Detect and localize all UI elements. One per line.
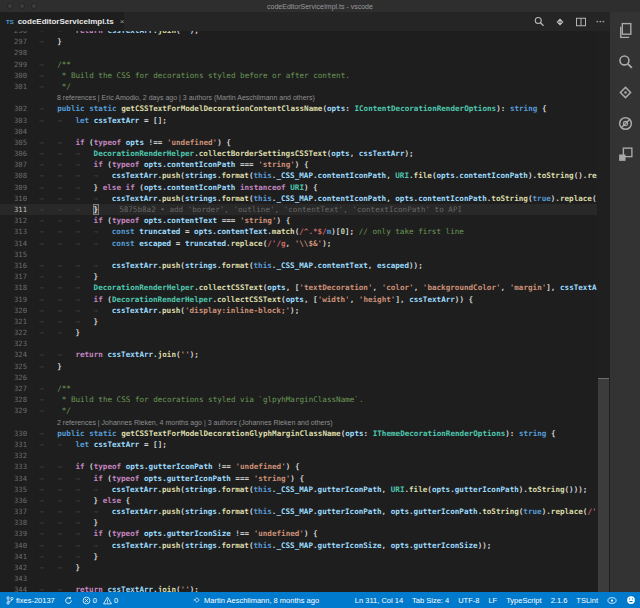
code-line[interactable]: 307→→→if (typeof opts.contentIconPath ==… <box>0 159 597 170</box>
line-number: 338 <box>0 517 27 528</box>
code-line[interactable]: 320→→→→cssTextArr.push('display:inline-b… <box>0 305 597 316</box>
code-line[interactable]: 331→→let cssTextArr = []; <box>0 439 597 450</box>
code-line[interactable]: 304 <box>0 126 597 137</box>
code-line[interactable]: 312→→→if (typeof opts.contentText === 's… <box>0 215 597 226</box>
code-line[interactable]: 330→public static getCSSTextForModelDeco… <box>0 428 597 439</box>
line-content: →public static getCSSTextForModelDecorat… <box>27 103 597 114</box>
extensions-icon[interactable] <box>617 146 634 163</box>
code-line[interactable]: 335→→→→cssTextArr.push(strings.format(th… <box>0 484 597 495</box>
code-line[interactable]: 323 <box>0 338 597 349</box>
code-line[interactable]: 332 <box>0 450 597 461</box>
code-line[interactable]: 334→→→if (typeof opts.gutterIconPath ===… <box>0 473 597 484</box>
code-line[interactable]: 327→/** <box>0 383 597 394</box>
code-line[interactable]: 297→} <box>0 36 597 47</box>
code-line[interactable]: 319→→→if (DecorationRenderHelper.collect… <box>0 294 597 305</box>
more-actions-icon[interactable]: ··· <box>596 17 605 27</box>
tab-whitespace: → <box>94 193 112 204</box>
line-content: →→→→cssTextArr.push(strings.format(this.… <box>27 540 597 551</box>
code-line[interactable]: 343 <box>0 573 597 584</box>
search-references-icon[interactable] <box>533 16 545 28</box>
source-control-icon[interactable] <box>617 84 634 101</box>
code-line[interactable]: 300→ * Build the CSS for decorations sty… <box>0 70 597 81</box>
gitlens-blame-icon[interactable] <box>554 16 566 28</box>
codelens-row[interactable]: 2 references | Johannes Rieken, 4 months… <box>0 417 597 428</box>
split-editor-icon[interactable] <box>575 16 587 28</box>
scrollbar-thumb[interactable] <box>598 378 609 592</box>
line-content: →→→→const escaped = truncated.replace(/'… <box>27 238 597 249</box>
code-line[interactable]: 311→→→}5875b8a2 • add 'border', 'outline… <box>0 204 597 215</box>
code-line[interactable]: 313→→→→const truncated = opts.contentTex… <box>0 226 597 237</box>
tab-whitespace: → <box>75 473 93 484</box>
code-line[interactable]: 322→→} <box>0 327 597 338</box>
language-mode[interactable]: TypeScript <box>506 596 541 605</box>
tab-whitespace: → <box>39 193 57 204</box>
tab-whitespace: → <box>57 461 75 472</box>
minimize-window-button[interactable] <box>19 3 25 9</box>
code-line[interactable]: 306→→→DecorationRenderHelper.collectBord… <box>0 148 597 159</box>
encoding-setting[interactable]: UTF-8 <box>458 596 479 605</box>
code-line[interactable]: 298 <box>0 47 597 58</box>
code-line[interactable]: 302→public static getCSSTextForModelDeco… <box>0 103 597 114</box>
close-window-button[interactable] <box>7 3 13 9</box>
codelens-row[interactable]: 8 references | Eric Amodio, 2 days ago |… <box>0 92 597 103</box>
tab-close-icon[interactable]: × <box>120 17 125 26</box>
git-branch-indicator[interactable]: fixes-20137 <box>6 596 55 605</box>
cursor-position[interactable]: Ln 311, Col 14 <box>355 596 403 605</box>
line-content <box>27 450 597 461</box>
code-line[interactable]: 310→→→→cssTextArr.push(strings.format(th… <box>0 193 597 204</box>
line-content: →→→→cssTextArr.push('display:inline-bloc… <box>27 305 597 316</box>
code-line[interactable]: 315 <box>0 249 597 260</box>
code-line[interactable]: 340→→→→cssTextArr.push(strings.format(th… <box>0 540 597 551</box>
code-line[interactable]: 342→→} <box>0 562 597 573</box>
line-number: 333 <box>0 461 27 472</box>
code-line[interactable]: 301→ */ <box>0 81 597 92</box>
line-number: 302 <box>0 103 27 114</box>
code-line[interactable]: 318→→→DecorationRenderHelper.collectCSST… <box>0 282 597 293</box>
eol-setting[interactable]: LF <box>488 596 497 605</box>
code-line[interactable]: 305→→if (typeof opts !== 'undefined') { <box>0 137 597 148</box>
line-number: 321 <box>0 316 27 327</box>
line-content <box>27 249 597 260</box>
debug-icon[interactable] <box>617 115 634 132</box>
tab-whitespace: → <box>57 517 75 528</box>
code-line[interactable]: 328→ * Build the CSS for decorations sty… <box>0 394 597 405</box>
code-line[interactable]: 325→} <box>0 361 597 372</box>
code-line[interactable]: 308→→→→cssTextArr.push(strings.format(th… <box>0 170 597 181</box>
code-line[interactable]: 299→/** <box>0 59 597 70</box>
tslint-status[interactable]: TSLint <box>576 596 598 605</box>
eye-icon[interactable] <box>607 596 617 605</box>
code-line[interactable]: 341→→→} <box>0 551 597 562</box>
tab-whitespace: → <box>57 439 75 450</box>
code-line[interactable]: 309→→→} else if (opts.contentIconPath in… <box>0 182 597 193</box>
tab-whitespace: → <box>75 170 93 181</box>
code-line[interactable]: 338→→→} <box>0 517 597 528</box>
explorer-icon[interactable] <box>617 22 634 39</box>
code-line[interactable]: 344→→return cssTextArr.join(''); <box>0 584 597 592</box>
code-line[interactable]: 329→ */ <box>0 405 597 416</box>
search-icon[interactable] <box>617 53 634 70</box>
line-content: →→→if (typeof opts.contentIconPath === '… <box>27 159 597 170</box>
code-line[interactable]: 314→→→→const escaped = truncated.replace… <box>0 238 597 249</box>
code-line[interactable]: 303→→let cssTextArr = []; <box>0 115 597 126</box>
zoom-window-button[interactable] <box>31 3 37 9</box>
line-content: →→→DecorationRenderHelper.collectBorderS… <box>27 148 597 159</box>
code-line[interactable]: 321→→→} <box>0 316 597 327</box>
line-content: →→→}5875b8a2 • add 'border', 'outline', … <box>27 204 597 215</box>
code-line[interactable]: 316→→→→cssTextArr.push(strings.format(th… <box>0 260 597 271</box>
code-line[interactable]: 326 <box>0 372 597 383</box>
feedback-smiley-icon[interactable] <box>626 595 636 605</box>
problems-indicator[interactable]: 0 0 <box>82 596 118 605</box>
gitlens-status-blame[interactable]: Martin Aeschlimann, 8 months ago <box>193 596 319 605</box>
code-line[interactable]: 317→→→} <box>0 271 597 282</box>
tab-codeeditorserviceimpl[interactable]: TS codeEditorServiceImpl.ts × <box>0 12 124 31</box>
indentation-setting[interactable]: Tab Size: 4 <box>412 596 449 605</box>
code-line[interactable]: 337→→→→cssTextArr.push(strings.format(th… <box>0 506 597 517</box>
code-line[interactable]: 336→→→} else { <box>0 495 597 506</box>
typescript-version[interactable]: 2.1.6 <box>551 596 568 605</box>
sync-icon[interactable] <box>64 596 73 605</box>
code-line[interactable]: 324→→return cssTextArr.join(''); <box>0 349 597 360</box>
vertical-scrollbar[interactable] <box>597 31 610 592</box>
code-line[interactable]: 333→→if (typeof opts.gutterIconPath !== … <box>0 461 597 472</box>
code-line[interactable]: 339→→→if (typeof opts.gutterIconSize !==… <box>0 528 597 539</box>
code-area[interactable]: 296→→return cssTextArr.join('');297→}298… <box>0 31 597 592</box>
